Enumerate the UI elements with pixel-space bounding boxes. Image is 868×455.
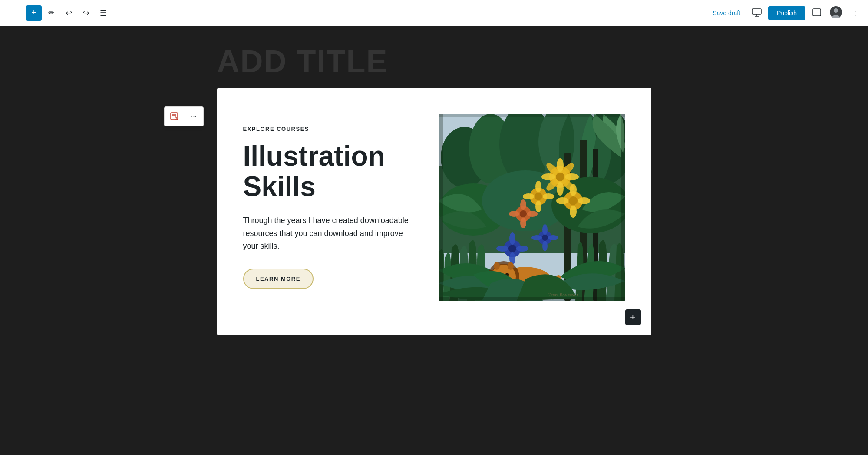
svg-rect-3 [813,9,821,16]
user-avatar-icon [830,6,842,20]
ellipsis-vertical-icon: ⋮ [852,10,858,16]
svg-point-54 [509,232,515,245]
description-text: Through the years I have created downloa… [243,214,413,253]
editor-area: ADD TITLE ⋯ EXPLORE COURSES Illustration… [0,26,868,455]
svg-point-34 [556,173,564,181]
wordpress-logo-button[interactable] [5,5,21,21]
main-heading: Illustration Skills [243,141,413,202]
svg-point-57 [516,246,528,252]
transform-block-button[interactable] [165,107,184,126]
user-avatar-button[interactable] [828,5,844,21]
publish-button[interactable]: Publish [768,6,805,20]
undo-button[interactable]: ↩ [61,5,76,21]
svg-point-62 [531,235,542,240]
svg-point-60 [542,224,548,235]
svg-point-28 [541,173,555,180]
redo-icon: ↪ [83,8,89,18]
pencil-icon: ✏ [48,8,55,18]
svg-point-48 [520,199,526,210]
toolbar-left: + ✏ ↩ ↪ ☰ [5,5,707,21]
svg-point-6 [834,8,838,13]
svg-point-63 [548,235,558,240]
svg-point-43 [570,206,577,218]
svg-point-37 [535,201,541,212]
details-button[interactable]: ☰ [96,5,111,21]
block-toolbar: ⋯ [164,106,204,126]
redo-button[interactable]: ↪ [78,5,94,21]
svg-point-61 [542,241,548,251]
options-button[interactable]: ⋮ [847,5,863,21]
ellipsis-horizontal-icon: ⋯ [191,113,197,120]
sidebar-icon [812,7,822,19]
content-block: EXPLORE COURSES Illustration Skills Thro… [217,88,651,335]
add-block-button[interactable]: + [26,5,42,21]
svg-point-26 [557,158,564,172]
save-draft-button[interactable]: Save draft [707,7,746,19]
svg-point-74 [508,262,514,270]
svg-point-58 [508,245,516,252]
block-more-options-button[interactable]: ⋯ [184,107,203,126]
post-title-area: ADD TITLE [217,43,651,79]
svg-rect-79 [439,297,625,301]
svg-point-50 [509,211,519,217]
svg-point-73 [494,262,500,270]
svg-point-56 [496,246,508,252]
svg-point-27 [557,182,564,196]
content-left: EXPLORE COURSES Illustration Skills Thro… [243,126,413,289]
svg-point-52 [520,210,527,217]
svg-point-64 [542,235,548,241]
transform-icon [170,112,178,122]
svg-text:Henri Rousseau: Henri Rousseau [547,292,578,297]
svg-rect-76 [439,114,443,301]
svg-point-42 [570,184,577,196]
toolbar-right: Save draft Publish [707,5,863,21]
plus-icon: + [32,8,36,17]
tools-button[interactable]: ✏ [43,5,59,21]
view-button[interactable] [749,5,765,21]
content-right: Henri Rousseau [439,114,625,301]
artwork-image: Henri Rousseau [439,114,625,301]
svg-point-38 [523,193,534,199]
plus-icon-inside: + [630,312,636,322]
list-icon: ☰ [100,8,107,18]
svg-point-49 [520,218,526,228]
svg-point-46 [569,196,578,205]
svg-point-44 [556,197,568,204]
svg-point-29 [565,173,579,180]
explore-label: EXPLORE COURSES [243,126,413,132]
undo-icon: ↩ [66,8,72,18]
monitor-icon [752,7,762,19]
learn-more-button[interactable]: LEARN MORE [243,269,314,289]
svg-point-51 [527,211,538,217]
sidebar-toggle-button[interactable] [809,5,825,21]
svg-rect-78 [439,114,625,117]
svg-point-36 [535,181,541,192]
top-toolbar: + ✏ ↩ ↪ ☰ Save draft [0,0,868,26]
title-placeholder[interactable]: ADD TITLE [217,43,651,79]
svg-point-40 [535,193,542,200]
svg-point-39 [543,193,554,199]
svg-rect-0 [752,9,761,14]
svg-point-45 [578,197,590,204]
add-block-inside-button[interactable]: + [625,309,641,325]
svg-rect-77 [621,114,625,301]
jungle-painting-svg: Henri Rousseau [439,114,625,301]
